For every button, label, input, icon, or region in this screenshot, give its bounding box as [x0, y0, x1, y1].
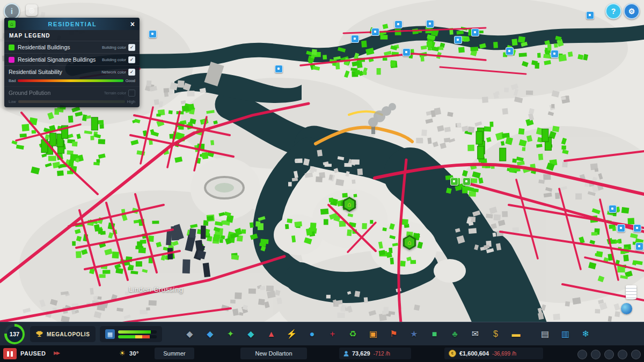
population-rate: -712 /h	[374, 351, 390, 357]
status-circle-button[interactable]	[604, 350, 614, 359]
toggle-label: Network color	[101, 70, 126, 75]
map-notification-marker[interactable]	[371, 28, 379, 36]
district-label: Linden Crossing	[129, 285, 183, 293]
map-notification-marker[interactable]	[402, 48, 411, 56]
toolbar-icon-parks[interactable]: ♣	[448, 327, 462, 341]
legend-label: Residential Signature Buildings	[18, 56, 102, 63]
scale-min-label: Bad	[9, 78, 16, 83]
map-notification-marker[interactable]	[551, 50, 559, 58]
map-notification-marker[interactable]	[586, 11, 594, 19]
toolbar-icon-police[interactable]: ★	[407, 327, 421, 341]
map-notification-marker[interactable]	[351, 35, 359, 43]
pause-button[interactable]	[3, 348, 17, 359]
milestone-level-badge[interactable]: 137	[4, 324, 25, 344]
map-notification-marker[interactable]	[609, 205, 617, 213]
money-rate: -36,699 /h	[492, 351, 516, 357]
map-notification-marker[interactable]	[275, 65, 283, 73]
toolbar-icon-statistics[interactable]: ▥	[558, 327, 573, 341]
money-indicator[interactable]: € €1,600,604 -36,699 /h	[444, 348, 543, 359]
toolbar-icon-education[interactable]: ▣	[366, 327, 380, 341]
status-circle-button[interactable]	[591, 350, 601, 359]
toggle-label: Building color	[102, 45, 126, 50]
network-color-checkbox[interactable]: ✓	[128, 69, 135, 76]
rci-demand-bar	[118, 335, 157, 338]
terrain-color-checkbox[interactable]	[128, 90, 135, 97]
toolbar-icon-climate[interactable]: ❄	[579, 327, 593, 341]
chirper-button[interactable]	[621, 303, 632, 314]
map-notification-marker[interactable]	[617, 224, 625, 232]
toolbar-icon-vegetation[interactable]: ✦	[223, 327, 238, 341]
toggle-label: Terrain color	[104, 91, 126, 95]
legend-label: Residential Buildings	[18, 44, 102, 50]
map-notification-marker[interactable]	[149, 30, 157, 38]
toolbar-icon-areas[interactable]: ◆	[203, 327, 217, 341]
pollution-gradient	[18, 100, 125, 103]
demand-indicator[interactable]: ▦	[100, 326, 162, 342]
panel-header: ⌂ RESIDENTIAL ×	[4, 18, 140, 30]
help-button[interactable]: ?	[605, 3, 621, 19]
city-demand-icon: ▦	[105, 329, 115, 339]
scale-min-label: Low	[9, 99, 16, 104]
map-notification-marker[interactable]	[471, 28, 479, 36]
building-color-checkbox[interactable]: ✓	[128, 44, 135, 51]
city-name[interactable]: New Dollarton	[240, 348, 307, 359]
status-circle-button[interactable]	[577, 350, 587, 359]
status-circle-button[interactable]	[618, 350, 627, 359]
toolbar-icon-communications[interactable]: ✉	[468, 327, 482, 341]
toolbar-icon-bulldozer[interactable]: ▬	[509, 327, 523, 341]
xp-progress-bar	[118, 330, 157, 334]
map-notification-marker[interactable]	[633, 224, 641, 232]
toolbar-icon-fire-rescue[interactable]: ⚑	[386, 327, 401, 341]
game-window: ⌂ ⌂ Linden Crossing i ◎ ? ⚙ ⌂ RESIDENTIA…	[0, 0, 644, 362]
zone-hex-badge[interactable]: ⌂	[403, 235, 416, 250]
toolbar-icon-water[interactable]: ●	[305, 327, 319, 341]
population-indicator[interactable]: 73,629 -712 /h	[339, 348, 411, 359]
suitability-scale: Bad Good	[4, 78, 140, 86]
zone-hex-badge[interactable]: ⌂	[343, 197, 356, 212]
info-button[interactable]: i	[4, 3, 20, 19]
toolbar-icon-electricity[interactable]: ⚡	[284, 327, 299, 341]
building-color-checkbox[interactable]: ✓	[128, 56, 135, 63]
legend-row-suitability: Residential Suitability Network color ✓	[4, 65, 140, 78]
toolbar-icon-healthcare[interactable]: +	[325, 327, 340, 341]
map-notification-marker[interactable]	[454, 36, 462, 44]
toolbar-icon-economy[interactable]: $	[488, 327, 503, 341]
status-circle-button[interactable]	[631, 350, 641, 359]
scale-max-label: High	[127, 99, 135, 104]
trophy-icon	[35, 330, 43, 338]
camera-focus-icon[interactable]: ◎	[26, 4, 38, 16]
toolbar-icon-zoning[interactable]: ◆	[182, 327, 197, 341]
season-indicator[interactable]: Summer	[155, 348, 194, 359]
map-notification-marker[interactable]	[426, 20, 434, 28]
map-notification-marker[interactable]	[506, 47, 514, 55]
color-swatch	[9, 57, 14, 63]
toggle-label: Building color	[102, 57, 126, 62]
weather-icon: ☀	[119, 349, 126, 357]
map-notification-marker[interactable]	[450, 178, 458, 186]
tool-categories: ◆ ◆ ✦ ◆ ▲ ⚡ ● + ♻ ▣ ⚑ ★ ■ ♣ ✉ $ ▬	[182, 327, 523, 341]
toolbar-icon-roads[interactable]: ◆	[244, 327, 258, 341]
map-notification-marker[interactable]	[394, 20, 402, 28]
toolbar-icon-garbage[interactable]: ♻	[346, 327, 360, 341]
main-toolbar: 137 MEGALOPOLIS ▦ ◆ ◆ ✦ ◆ ▲ ⚡ ● + ♻ ▣	[0, 322, 644, 346]
close-icon[interactable]: ×	[129, 20, 136, 28]
legend-row-residential-buildings: Residential Buildings Building color ✓	[4, 41, 140, 53]
speed-controls[interactable]: ▶▶	[54, 350, 59, 356]
residential-infoview-panel: ⌂ RESIDENTIAL × MAP LEGEND Residential B…	[4, 18, 140, 107]
map-notification-marker[interactable]	[635, 242, 643, 250]
legend-label: Residential Suitability	[9, 69, 101, 75]
toolbar-icon-transportation[interactable]: ■	[427, 327, 442, 341]
map-notification-marker[interactable]	[463, 178, 471, 186]
scale-max-label: Good	[126, 78, 135, 83]
toolbar-icon-production[interactable]: ▤	[538, 327, 552, 341]
population-value: 73,629	[352, 350, 370, 357]
legend-title: MAP LEGEND	[4, 30, 140, 41]
milestone-button[interactable]: MEGALOPOLIS	[30, 326, 96, 342]
journal-button[interactable]	[626, 285, 636, 299]
residential-icon: ⌂	[8, 20, 16, 28]
settings-button[interactable]: ⚙	[624, 3, 640, 19]
level-number: 137	[7, 327, 23, 342]
temperature-value: 30°	[129, 350, 139, 357]
toolbar-icon-terraforming[interactable]: ▲	[264, 327, 279, 341]
demand-bars	[118, 330, 157, 338]
